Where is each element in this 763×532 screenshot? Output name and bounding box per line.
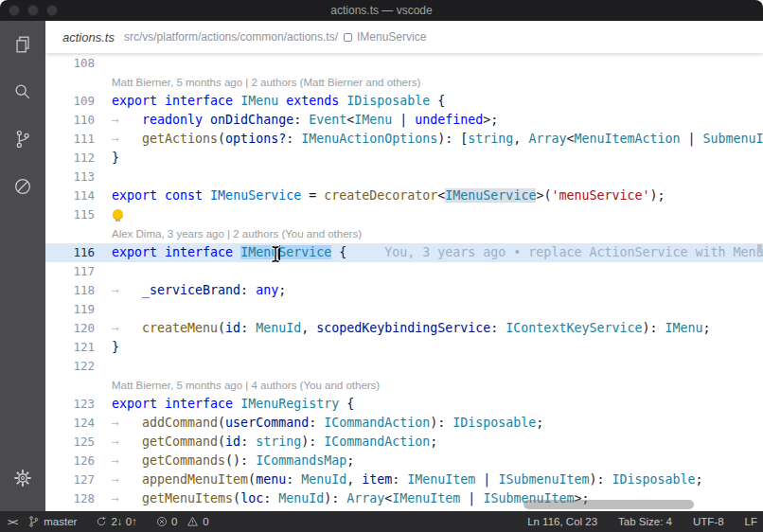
gitlens-blame-lens[interactable]: Alex Dima, 3 years ago | 2 authors (You …	[45, 224, 763, 243]
explorer-icon[interactable]	[0, 21, 45, 68]
line-number[interactable]: 128	[45, 489, 95, 508]
gitlens-blame-lens[interactable]: Matt Bierner, 5 months ago | 4 authors (…	[45, 376, 763, 395]
traffic-lights	[9, 5, 58, 16]
code-line-122[interactable]: 122	[45, 357, 763, 376]
window-title: actions.ts — vscode	[330, 4, 432, 17]
status-bar-right: Ln 116, Col 23 Tab Size: 4 UTF-8 LF	[527, 516, 763, 527]
tab-filename[interactable]: actions.ts	[62, 30, 115, 44]
line-number[interactable]: 121	[45, 338, 95, 357]
sync-indicator[interactable]: 2↓ 0↑	[96, 516, 137, 527]
code-line-112[interactable]: 112}	[45, 149, 763, 168]
code-line-115[interactable]: 115	[45, 205, 763, 224]
search-icon[interactable]	[0, 68, 45, 115]
source-control-icon[interactable]	[0, 115, 45, 163]
vscode-window: actions.ts — vscode	[0, 0, 763, 532]
close-window-button[interactable]	[9, 5, 20, 16]
code-text: → readonly onDidChange: Event<IMenu | un…	[112, 111, 498, 130]
minimize-window-button[interactable]	[27, 5, 39, 16]
breadcrumb-path[interactable]: src/vs/platform/actions/common/actions.t…	[124, 30, 338, 44]
code-text: export const IMenuService = createDecora…	[112, 186, 665, 205]
code-line-125[interactable]: 125→ getCommand(id: string): ICommandAct…	[45, 433, 763, 452]
editor-header: actions.ts src/vs/platform/actions/commo…	[45, 21, 763, 53]
status-bar: >< master 2↓ 0↑	[0, 511, 763, 532]
code-line-116[interactable]: 116export interface IMenuService { You, …	[45, 243, 763, 262]
code-line-124[interactable]: 124→ addCommand(userCommand: ICommandAct…	[45, 414, 763, 433]
line-number[interactable]: 120	[45, 319, 95, 338]
line-number[interactable]: 112	[45, 149, 95, 168]
code-line-113[interactable]: 113	[45, 168, 763, 186]
code-text: → _serviceBrand: any;	[112, 281, 286, 300]
line-number[interactable]: 117	[45, 262, 95, 281]
code-text: export interface IMenu extends IDisposab…	[112, 92, 445, 111]
remote-icon[interactable]: ><	[8, 516, 16, 528]
code-text: export interface IMenuRegistry {	[112, 395, 354, 414]
line-number[interactable]: 111	[45, 130, 95, 149]
eol-indicator[interactable]: LF	[745, 516, 757, 527]
overview-ruler-mark	[757, 244, 762, 253]
tab-size-indicator[interactable]: Tab Size: 4	[618, 516, 672, 527]
sync-icon	[96, 516, 107, 527]
zoom-window-button[interactable]	[46, 5, 58, 16]
code-line-119[interactable]: 119	[45, 300, 763, 319]
line-number[interactable]: 118	[45, 281, 95, 300]
code-text: }	[112, 338, 119, 357]
circle-slash-icon[interactable]	[0, 163, 45, 210]
code-line-109[interactable]: 109export interface IMenu extends IDispo…	[45, 92, 763, 111]
horizontal-scrollbar-thumb[interactable]	[523, 500, 694, 509]
error-count: 0	[171, 516, 177, 527]
line-number[interactable]: 108	[45, 54, 95, 73]
line-number[interactable]: 110	[45, 111, 95, 130]
code-editor[interactable]: 108Matt Bierner, 5 months ago | 2 author…	[45, 53, 763, 511]
line-number[interactable]: 125	[45, 433, 95, 452]
git-branch-indicator[interactable]: master	[27, 515, 77, 528]
code-text: → getActions(options?: IMenuActionOption…	[112, 130, 763, 149]
code-line-114[interactable]: 114export const IMenuService = createDec…	[45, 186, 763, 205]
code-text: → getMenuItems(loc: MenuId): Array<IMenu…	[112, 489, 589, 508]
line-number[interactable]: 127	[45, 470, 95, 489]
line-number[interactable]: 113	[45, 168, 95, 186]
status-bar-left: >< master 2↓ 0↑	[0, 515, 228, 528]
editor-rows: 108Matt Bierner, 5 months ago | 2 author…	[45, 54, 763, 508]
line-number[interactable]: 123	[45, 395, 95, 414]
title-bar: actions.ts — vscode	[0, 0, 763, 21]
code-line-120[interactable]: 120→ createMenu(id: MenuId, scopedKeybin…	[45, 319, 763, 338]
activity-bar	[0, 21, 45, 511]
code-line-118[interactable]: 118→ _serviceBrand: any;	[45, 281, 763, 300]
line-number[interactable]: 116	[45, 243, 95, 262]
lightbulb-icon[interactable]	[113, 209, 123, 220]
breadcrumb-symbol[interactable]: IMenuService	[357, 30, 426, 44]
code-line-108[interactable]: 108	[45, 54, 763, 73]
code-text: → appendMenuItem(menu: MenuId, item: IMe…	[112, 470, 703, 489]
line-number[interactable]: 109	[45, 92, 95, 111]
branch-icon	[27, 515, 40, 528]
code-text: → getCommands(): ICommandsMap;	[112, 452, 354, 470]
code-line-127[interactable]: 127→ appendMenuItem(menu: MenuId, item: …	[45, 470, 763, 489]
settings-gear-icon[interactable]	[0, 454, 45, 502]
code-line-111[interactable]: 111→ getActions(options?: IMenuActionOpt…	[45, 130, 763, 149]
gitlens-blame-lens[interactable]: Matt Bierner, 5 months ago | 2 authors (…	[45, 73, 763, 92]
code-text: → getCommand(id: string): ICommandAction…	[112, 433, 437, 452]
warning-count: 0	[203, 516, 208, 527]
code-line-110[interactable]: 110→ readonly onDidChange: Event<IMenu |…	[45, 111, 763, 130]
line-number[interactable]: 122	[45, 357, 95, 376]
code-line-123[interactable]: 123export interface IMenuRegistry {	[45, 395, 763, 414]
code-line-126[interactable]: 126→ getCommands(): ICommandsMap;	[45, 452, 763, 470]
text-caret	[278, 245, 280, 260]
warning-icon	[186, 516, 199, 527]
line-number[interactable]: 115	[45, 205, 95, 224]
branch-name: master	[44, 516, 77, 527]
line-number[interactable]: 124	[45, 414, 95, 433]
line-number[interactable]: 119	[45, 300, 95, 319]
line-number[interactable]: 114	[45, 186, 95, 205]
line-number[interactable]: 126	[45, 452, 95, 470]
code-text: }	[112, 149, 119, 168]
code-text: → createMenu(id: MenuId, scopedKeybindin…	[112, 319, 711, 338]
encoding-indicator[interactable]: UTF-8	[693, 516, 724, 527]
code-line-117[interactable]: 117	[45, 262, 763, 281]
cursor-position[interactable]: Ln 116, Col 23	[527, 516, 597, 527]
sync-count: 2↓ 0↑	[111, 516, 137, 527]
code-text: export interface IMenuService { You, 3 y…	[112, 243, 763, 262]
code-line-121[interactable]: 121}	[45, 338, 763, 357]
error-icon	[156, 516, 168, 527]
problems-indicator[interactable]: 0 0	[156, 516, 209, 527]
